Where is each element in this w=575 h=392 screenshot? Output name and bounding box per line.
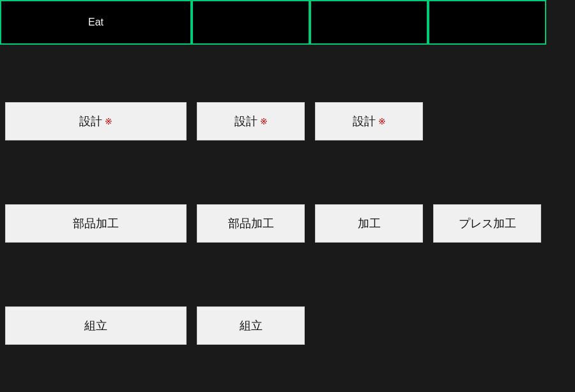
process-cell-2-2 xyxy=(315,306,423,345)
cell-text-2-0: 組立 xyxy=(84,318,107,333)
cell-text-0-0: 設計 xyxy=(79,114,102,129)
separator-1 xyxy=(0,45,546,96)
process-cell-0-0: 設計 ※ xyxy=(5,102,187,140)
cell-text-2-1: 組立 xyxy=(240,318,263,333)
process-cell-1-0: 部品加工 xyxy=(5,204,187,243)
process-cell-0-2: 設計 ※ xyxy=(315,102,423,140)
process-cell-0-3 xyxy=(433,102,541,140)
separator-2 xyxy=(0,147,546,198)
header-col-1 xyxy=(192,0,310,45)
process-cell-2-0: 組立 xyxy=(5,306,187,345)
cell-text-1-1: 部品加工 xyxy=(228,216,274,231)
main-grid: Eat 設計 ※ 設計 ※ 設計 ※ 部品加工 部品加工 加工 プレス加工 組 xyxy=(0,0,575,392)
note-symbol-0-0: ※ xyxy=(105,116,112,126)
process-cell-1-1: 部品加工 xyxy=(197,204,305,243)
cell-text-1-0: 部品加工 xyxy=(73,216,119,231)
header-col-3 xyxy=(428,0,546,45)
cell-text-1-2: 加工 xyxy=(358,216,381,231)
note-symbol-0-2: ※ xyxy=(378,116,386,126)
header-label-0: Eat xyxy=(88,17,103,28)
cell-text-0-2: 設計 xyxy=(353,114,376,129)
separator-4 xyxy=(0,351,546,392)
cell-text-0-1: 設計 xyxy=(234,114,257,129)
cell-text-1-3: プレス加工 xyxy=(459,216,516,231)
separator-3 xyxy=(0,249,546,300)
process-cell-2-1: 組立 xyxy=(197,306,305,345)
process-cell-1-2: 加工 xyxy=(315,204,423,243)
process-cell-1-3: プレス加工 xyxy=(433,204,541,243)
header-col-2 xyxy=(310,0,428,45)
process-cell-0-1: 設計 ※ xyxy=(197,102,305,140)
note-symbol-0-1: ※ xyxy=(260,116,268,126)
header-col-0: Eat xyxy=(0,0,192,45)
process-cell-2-3 xyxy=(433,306,541,345)
